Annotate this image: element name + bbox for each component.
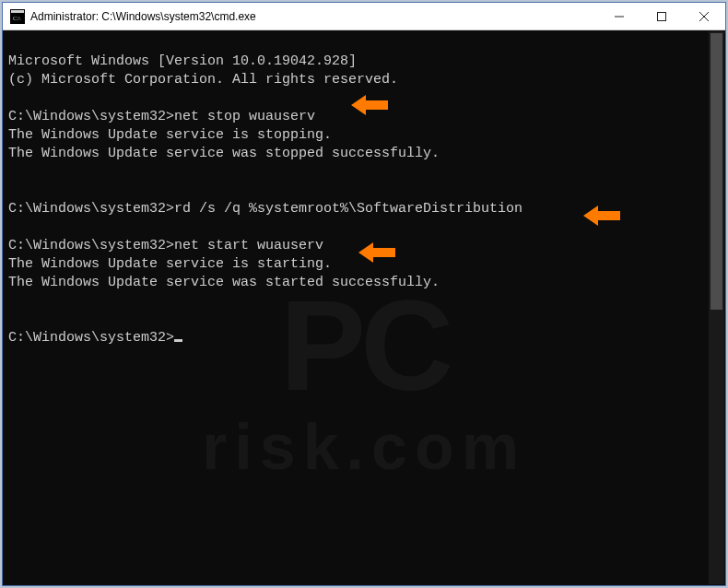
cmd-window: C:\ Administrator: C:\Windows\system32\c… xyxy=(2,2,726,586)
console-output[interactable]: Microsoft Windows [Version 10.0.19042.92… xyxy=(3,30,725,585)
prompt: C:\Windows\system32> xyxy=(8,109,174,124)
svg-rect-4 xyxy=(658,12,666,20)
console-line: C:\Windows\system32>rd /s /q %systemroot… xyxy=(8,201,523,217)
console-line: Microsoft Windows [Version 10.0.19042.92… xyxy=(8,53,357,69)
command-text: rd /s /q %systemroot%\SoftwareDistributi… xyxy=(174,201,523,217)
console-line: The Windows Update service was stopped s… xyxy=(8,146,440,161)
vertical-scrollbar[interactable] xyxy=(709,31,724,584)
titlebar[interactable]: C:\ Administrator: C:\Windows\system32\c… xyxy=(3,3,725,30)
console-line: The Windows Update service is stopping. xyxy=(8,127,332,143)
console-line: C:\Windows\system32>net start wuauserv xyxy=(8,238,323,253)
watermark-line2: risk.com xyxy=(3,438,725,456)
console-line: The Windows Update service was started s… xyxy=(8,275,440,290)
console-line: C:\Windows\system32> xyxy=(8,330,182,346)
watermark-line1: PC xyxy=(3,281,725,410)
console-line: (c) Microsoft Corporation. All rights re… xyxy=(8,72,398,88)
cursor xyxy=(174,339,182,342)
close-button[interactable] xyxy=(683,3,725,30)
window-title: Administrator: C:\Windows\system32\cmd.e… xyxy=(30,10,256,23)
minimize-button[interactable] xyxy=(598,3,640,30)
svg-text:C:\: C:\ xyxy=(13,15,21,22)
command-text: net stop wuauserv xyxy=(174,109,315,124)
prompt: C:\Windows\system32> xyxy=(8,330,174,346)
prompt: C:\Windows\system32> xyxy=(8,238,174,253)
cmd-icon: C:\ xyxy=(10,9,25,24)
scrollbar-thumb[interactable] xyxy=(710,33,722,310)
console-line: The Windows Update service is starting. xyxy=(8,256,332,272)
maximize-button[interactable] xyxy=(640,3,683,30)
prompt: C:\Windows\system32> xyxy=(8,201,174,217)
svg-rect-1 xyxy=(11,10,24,13)
command-text: net start wuauserv xyxy=(174,238,323,253)
console-line: C:\Windows\system32>net stop wuauserv xyxy=(8,109,315,124)
